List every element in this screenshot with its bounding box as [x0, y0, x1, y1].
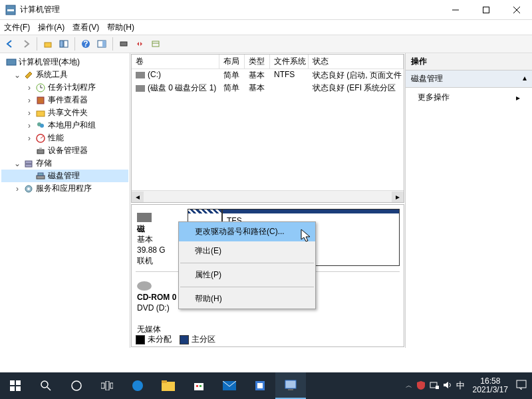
header-layout[interactable]: 布局	[219, 55, 245, 68]
volume-row[interactable]: (磁盘 0 磁盘分区 1) 简单 基本 状态良好 (EFI 系统分区	[132, 82, 404, 94]
tree-storage[interactable]: ⌄ 存储	[1, 157, 128, 170]
horizontal-scrollbar[interactable]: ◂ ▸	[132, 190, 404, 202]
svg-rect-31	[38, 173, 43, 176]
expand-icon[interactable]: ›	[25, 108, 33, 118]
menu-properties[interactable]: 属性(P)	[179, 265, 315, 285]
edge-icon[interactable]	[122, 372, 153, 399]
svg-point-33	[27, 188, 30, 190]
cortana-button[interactable]	[61, 372, 92, 399]
svg-rect-48	[196, 385, 198, 387]
header-type[interactable]: 类型	[245, 55, 270, 68]
actions-disk-mgmt[interactable]: 磁盘管理 ▴	[406, 70, 532, 88]
tray-chevron-icon[interactable]: ︿	[406, 381, 412, 390]
svg-point-44	[132, 380, 143, 391]
tree-local-users[interactable]: › 本地用户和组	[1, 119, 128, 132]
menu-file[interactable]: 文件(F)	[4, 22, 30, 33]
start-button[interactable]	[0, 372, 31, 399]
notifications-icon[interactable]	[516, 380, 527, 392]
menu-view[interactable]: 查看(V)	[72, 22, 99, 33]
tray-volume-icon[interactable]	[443, 380, 452, 392]
legend: 未分配 主分区	[136, 334, 215, 345]
legend-primary-swatch	[180, 335, 189, 344]
app-icon	[5, 5, 16, 15]
volume-list-header: 卷 布局 类型 文件系统 状态	[132, 55, 404, 69]
scroll-right-icon[interactable]: ▸	[392, 192, 404, 202]
action-pane-button[interactable]	[94, 37, 109, 51]
security-icon[interactable]	[245, 372, 275, 399]
svg-point-23	[40, 124, 44, 128]
expand-icon[interactable]: ›	[25, 134, 33, 143]
tray-network-icon[interactable]	[430, 380, 439, 392]
drive-icon	[136, 72, 145, 78]
device-icon	[35, 146, 46, 156]
explorer-icon[interactable]	[153, 372, 184, 399]
svg-rect-14	[152, 41, 159, 47]
cdrom-icon	[137, 281, 152, 291]
expand-icon[interactable]: ›	[13, 184, 21, 194]
svg-rect-6	[45, 43, 51, 47]
tree-services-apps[interactable]: › 服务和应用程序	[1, 182, 128, 195]
tree-disk-management[interactable]: 磁盘管理	[1, 170, 128, 182]
tree-shared-folders[interactable]: › 共享文件夹	[1, 106, 128, 119]
menu-action[interactable]: 操作(A)	[38, 22, 65, 33]
disk-mgmt-icon	[35, 171, 46, 182]
header-status[interactable]: 状态	[309, 55, 404, 68]
svg-rect-16	[7, 59, 16, 65]
tree-device-manager[interactable]: 设备管理器	[1, 144, 128, 157]
settings-button[interactable]	[116, 37, 131, 51]
volume-row[interactable]: (C:) 简单 基本 NTFS 状态良好 (启动, 页面文件	[132, 69, 404, 82]
header-filesystem[interactable]: 文件系统	[270, 55, 309, 68]
svg-rect-49	[200, 385, 201, 387]
close-button[interactable]	[501, 0, 532, 20]
tray-security-icon[interactable]	[416, 380, 426, 392]
scroll-left-icon[interactable]: ◂	[132, 192, 144, 202]
tree-root[interactable]: 计算机管理(本地)	[1, 56, 128, 68]
list-button[interactable]	[148, 37, 163, 51]
tree-event-viewer[interactable]: › 事件查看器	[1, 94, 128, 106]
search-button[interactable]	[31, 372, 61, 399]
svg-rect-52	[257, 383, 263, 388]
svg-point-38	[41, 381, 48, 388]
taskbar-clock[interactable]: 16:58 2021/3/17	[469, 377, 512, 394]
svg-rect-21	[37, 111, 45, 116]
menu-separator	[180, 263, 314, 263]
menu-help[interactable]: 帮助(H)	[179, 289, 315, 309]
svg-rect-13	[120, 42, 127, 46]
help-button[interactable]: ?	[78, 37, 93, 51]
menu-change-drive-letter[interactable]: 更改驱动器号和路径(C)...	[179, 222, 315, 241]
up-button[interactable]	[41, 37, 55, 51]
chevron-right-icon: ▸	[516, 93, 520, 102]
collapse-icon[interactable]: ⌄	[13, 159, 21, 168]
system-tray: ︿ 中 16:58 2021/3/17	[406, 377, 532, 394]
back-button[interactable]	[3, 37, 17, 51]
tray-ime[interactable]: 中	[456, 380, 465, 392]
minimize-button[interactable]	[440, 0, 471, 20]
collapse-icon[interactable]: ⌄	[13, 70, 21, 80]
perf-icon	[35, 133, 46, 144]
context-menu: 更改驱动器号和路径(C)... 弹出(E) 属性(P) 帮助(H)	[178, 221, 316, 309]
svg-rect-36	[10, 386, 15, 391]
tree-performance[interactable]: › 性能	[1, 132, 128, 144]
expand-icon[interactable]: ›	[25, 96, 33, 105]
forward-button[interactable]	[19, 37, 33, 51]
expand-icon[interactable]: ›	[25, 83, 33, 92]
mail-icon[interactable]	[214, 372, 245, 399]
header-volume[interactable]: 卷	[132, 55, 219, 68]
computer-icon	[6, 57, 17, 68]
tree-system-tools[interactable]: ⌄ 系统工具	[1, 68, 128, 81]
menu-eject[interactable]: 弹出(E)	[179, 241, 315, 261]
expand-icon[interactable]: ›	[25, 121, 33, 130]
tree-task-scheduler[interactable]: › 任务计划程序	[1, 81, 128, 94]
svg-rect-53	[285, 380, 296, 388]
maximize-button[interactable]	[471, 0, 501, 20]
svg-rect-41	[101, 383, 104, 388]
menu-help[interactable]: 帮助(H)	[107, 22, 134, 33]
store-icon[interactable]	[184, 372, 214, 399]
task-view-button[interactable]	[92, 372, 122, 399]
taskbar: ︿ 中 16:58 2021/3/17	[0, 372, 532, 399]
compmgmt-taskbar-icon[interactable]	[275, 372, 306, 399]
window-titlebar: 计算机管理	[0, 0, 532, 20]
refresh-button[interactable]	[132, 37, 147, 51]
show-hide-tree-button[interactable]	[57, 37, 71, 51]
actions-more[interactable]: 更多操作 ▸	[406, 88, 532, 107]
